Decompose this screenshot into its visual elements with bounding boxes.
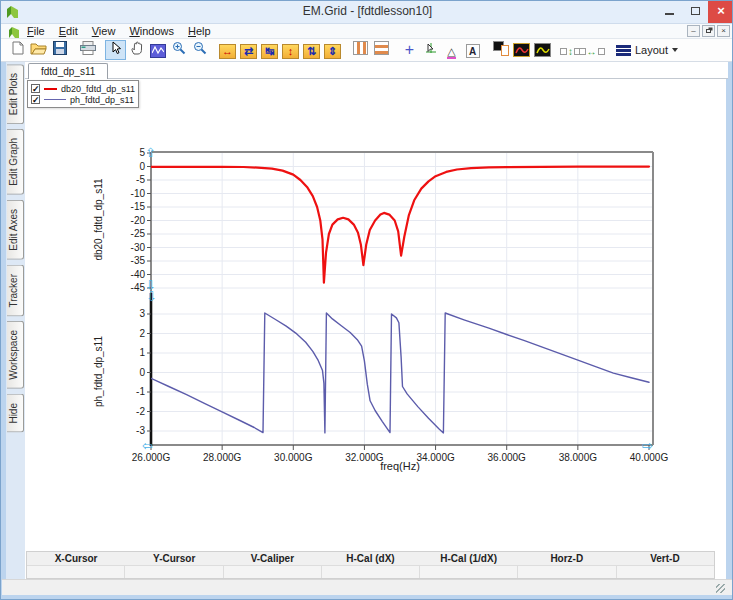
save-icon bbox=[53, 41, 67, 59]
legend-line-sample bbox=[44, 99, 66, 100]
horizontal-bars-icon bbox=[374, 41, 389, 59]
cell-h-cal-dx bbox=[322, 566, 420, 578]
copy-plot-button[interactable] bbox=[490, 40, 511, 60]
sidebar-tab-edit-plots[interactable]: Edit Plots bbox=[7, 64, 24, 124]
menu-windows[interactable]: Windows bbox=[129, 25, 174, 37]
legend-checkbox[interactable]: ✓ bbox=[31, 95, 40, 104]
x-fit-button[interactable]: ↹ bbox=[259, 40, 280, 60]
upper-y-tick-label: -5 bbox=[115, 174, 145, 185]
horizontal-bars-button[interactable] bbox=[371, 40, 392, 60]
legend-checkbox[interactable]: ✓ bbox=[31, 84, 40, 93]
vertical-bars-icon bbox=[353, 41, 368, 59]
upper-y-tick-label: -10 bbox=[115, 188, 145, 199]
x-expand-button[interactable]: ↔ bbox=[217, 40, 238, 60]
sidebar: Edit Plots Edit Graph Edit Axes Tracker … bbox=[6, 62, 25, 579]
chart-canvas[interactable] bbox=[141, 146, 661, 462]
mdi-restore-button[interactable] bbox=[702, 25, 715, 37]
upper-axis-top-handle[interactable]: ⇧ bbox=[145, 146, 156, 159]
window-title: EM.Grid - [fdtdlesson10] bbox=[1, 4, 733, 18]
new-button[interactable] bbox=[7, 40, 28, 60]
y-shrink-button[interactable]: ⇅ bbox=[301, 40, 322, 60]
mdi-minimize-button[interactable]: – bbox=[687, 25, 700, 37]
upper-y-tick-label: -30 bbox=[115, 242, 145, 253]
menu-view[interactable]: View bbox=[92, 25, 116, 37]
zoom-box-button[interactable] bbox=[147, 40, 168, 60]
title-bar[interactable]: EM.Grid - [fdtdlesson10] × bbox=[1, 1, 733, 24]
tracker-button[interactable] bbox=[420, 40, 441, 60]
layout-button[interactable]: Layout bbox=[610, 42, 684, 58]
resize-grip[interactable] bbox=[716, 584, 725, 593]
upper-y-tick-label: -25 bbox=[115, 228, 145, 239]
lower-y-tick-label: -3 bbox=[115, 425, 145, 436]
sidebar-tab-hide[interactable]: Hide bbox=[7, 394, 24, 433]
header-h-cal-dx: H-Cal (dX) bbox=[321, 552, 419, 565]
equal-h-space-button[interactable]: ↔ bbox=[581, 40, 602, 60]
chevron-down-icon bbox=[672, 48, 678, 52]
legend-item[interactable]: ✓ db20_fdtd_dp_s11 bbox=[31, 83, 135, 94]
print-icon bbox=[80, 41, 96, 59]
legend-label: db20_fdtd_dp_s11 bbox=[61, 84, 135, 94]
lower-axis-top-handle[interactable]: ⇩ bbox=[146, 290, 157, 303]
upper-y-tick-label: 0 bbox=[115, 161, 145, 172]
zoom-box-icon bbox=[150, 41, 166, 59]
cell-y-cursor bbox=[125, 566, 223, 578]
sidebar-tab-edit-axes[interactable]: Edit Axes bbox=[7, 200, 24, 260]
select-icon bbox=[110, 41, 122, 59]
x-fit-icon: ↹ bbox=[261, 41, 278, 59]
maximize-button[interactable] bbox=[682, 1, 708, 23]
vertical-bars-button[interactable] bbox=[350, 40, 371, 60]
plot-dark-yellow-button[interactable] bbox=[532, 40, 553, 60]
sidebar-tab-edit-graph[interactable]: Edit Graph bbox=[7, 129, 24, 195]
plot-dark-red-button[interactable] bbox=[511, 40, 532, 60]
cursor-table-values-row bbox=[27, 565, 714, 578]
tab-fdtd-dp-s11[interactable]: fdtd_dp_s11 bbox=[28, 63, 108, 79]
close-button[interactable]: × bbox=[708, 1, 733, 23]
menu-edit[interactable]: Edit bbox=[59, 25, 78, 37]
document-tab-bar: fdtd_dp_s11 bbox=[25, 62, 728, 79]
save-button[interactable] bbox=[49, 40, 70, 60]
sidebar-tab-tracker[interactable]: Tracker bbox=[7, 265, 24, 317]
x-tick-label: 32.000G bbox=[339, 452, 389, 463]
x-tick-label: 36.000G bbox=[482, 452, 532, 463]
x-axis-left-handle[interactable]: ⇦ bbox=[142, 439, 153, 452]
open-button[interactable] bbox=[28, 40, 49, 60]
sidebar-tab-workspace[interactable]: Workspace bbox=[7, 321, 24, 389]
select-button[interactable] bbox=[105, 40, 126, 60]
zoom-in-icon bbox=[172, 41, 186, 59]
minimize-button[interactable] bbox=[656, 1, 682, 23]
x-tick-label: 40.000G bbox=[624, 452, 674, 463]
zoom-out-button[interactable] bbox=[189, 40, 210, 60]
lower-y-tick-label: 3 bbox=[115, 308, 145, 319]
y-fit-button[interactable]: ⇕ bbox=[322, 40, 343, 60]
menu-help[interactable]: Help bbox=[188, 25, 211, 37]
new-icon bbox=[12, 41, 24, 59]
x-tick-label: 26.000G bbox=[126, 452, 176, 463]
x-tick-label: 28.000G bbox=[197, 452, 247, 463]
print-button[interactable] bbox=[77, 40, 98, 60]
plot-dark-red-icon bbox=[513, 41, 530, 59]
tracker-icon bbox=[424, 41, 438, 59]
menu-file[interactable]: File bbox=[27, 25, 45, 37]
delta-caliper-icon: △ bbox=[447, 41, 455, 59]
open-icon bbox=[30, 41, 47, 59]
y-expand-button[interactable]: ↕ bbox=[280, 40, 301, 60]
legend-line-sample bbox=[44, 88, 57, 90]
y-fit-icon: ⇕ bbox=[324, 41, 341, 59]
x-axis-right-handle[interactable]: ⇨ bbox=[642, 439, 653, 452]
header-vert-d: Vert-D bbox=[616, 552, 714, 565]
x-shrink-button[interactable]: ⇄ bbox=[238, 40, 259, 60]
cross-cursor-button[interactable]: + bbox=[399, 40, 420, 60]
pan-button[interactable] bbox=[126, 40, 147, 60]
x-tick-label: 34.000G bbox=[411, 452, 461, 463]
app-window: EM.Grid - [fdtdlesson10] × FileEditViewW… bbox=[0, 0, 733, 600]
x-shrink-icon: ⇄ bbox=[240, 41, 257, 59]
header-x-cursor: X-Cursor bbox=[27, 552, 125, 565]
cell-v-caliper bbox=[224, 566, 322, 578]
toolbar: ↔⇄↹↕⇅⇕+△A↕↔Layout bbox=[1, 39, 733, 62]
annotation-button[interactable]: A bbox=[462, 40, 483, 60]
zoom-in-button[interactable] bbox=[168, 40, 189, 60]
cursor-table: X-Cursor Y-Cursor V-Caliper H-Cal (dX) H… bbox=[26, 551, 715, 579]
mdi-close-button[interactable]: × bbox=[717, 25, 730, 37]
delta-caliper-button[interactable]: △ bbox=[441, 40, 462, 60]
legend-item[interactable]: ✓ ph_fdtd_dp_s11 bbox=[31, 94, 135, 105]
